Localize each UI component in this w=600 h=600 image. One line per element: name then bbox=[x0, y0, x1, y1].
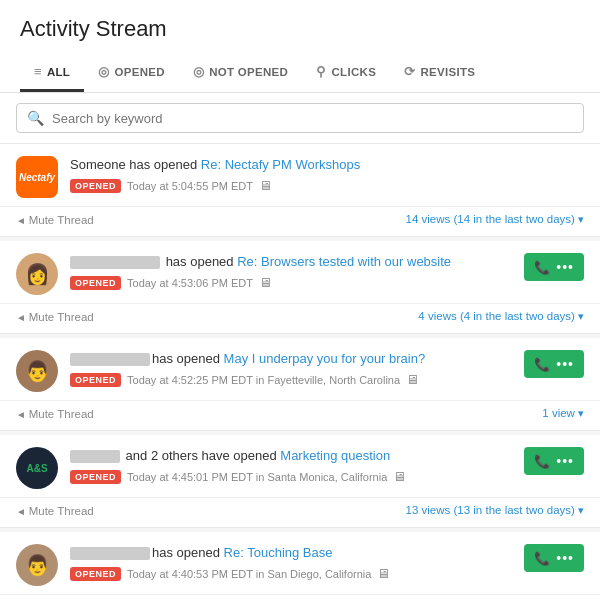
activity-description: has opened May I underpay you for your b… bbox=[70, 350, 512, 368]
list-item: A&S and 2 others have opened Marketing q… bbox=[0, 435, 600, 528]
views-info[interactable]: 13 views (13 in the last two days) bbox=[406, 504, 584, 517]
more-icon: ••• bbox=[556, 356, 574, 372]
list-item: 👩 has opened Re: Browsers tested with ou… bbox=[0, 241, 600, 334]
phone-button[interactable]: 📞••• bbox=[524, 350, 584, 378]
page-title: Activity Stream bbox=[20, 16, 580, 42]
phone-icon: 📞 bbox=[534, 551, 550, 566]
mute-thread-button[interactable]: Mute Thread bbox=[16, 408, 94, 420]
monitor-icon: 🖥 bbox=[393, 469, 406, 484]
activity-description: has opened Re: Touching Base bbox=[70, 544, 512, 562]
activity-link[interactable]: May I underpay you for your brain? bbox=[224, 351, 426, 366]
views-info[interactable]: 1 view bbox=[542, 407, 584, 420]
activity-link[interactable]: Re: Touching Base bbox=[224, 545, 333, 560]
activity-link[interactable]: Re: Browsers tested with our website bbox=[237, 254, 451, 269]
phone-icon: 📞 bbox=[534, 357, 550, 372]
tab-revisits[interactable]: ⟳ REVISITS bbox=[390, 54, 489, 92]
tab-not-opened[interactable]: ◎ NOT OPENED bbox=[179, 54, 302, 92]
activity-description: and 2 others have opened Marketing quest… bbox=[70, 447, 512, 465]
activity-link[interactable]: Re: Nectafy PM Workshops bbox=[201, 157, 360, 172]
tabs-row: ≡ ALL ◎ OPENED ◎ NOT OPENED ⚲ CLICKS ⟳ R… bbox=[20, 54, 580, 92]
avatar: A&S bbox=[16, 447, 58, 489]
tab-opened[interactable]: ◎ OPENED bbox=[84, 54, 179, 92]
cursor-icon: ⚲ bbox=[316, 64, 326, 79]
more-icon: ••• bbox=[556, 550, 574, 566]
list-item: 👨 has opened May I underpay you for your… bbox=[0, 338, 600, 431]
mute-thread-button[interactable]: Mute Thread bbox=[16, 214, 94, 226]
activity-list: NectafySomeone has opened Re: Nectafy PM… bbox=[0, 144, 600, 600]
opened-badge: OPENED bbox=[70, 567, 121, 581]
activity-time: Today at 4:52:25 PM EDT in Fayetteville,… bbox=[127, 374, 400, 386]
refresh-icon: ⟳ bbox=[404, 64, 415, 79]
views-info[interactable]: 14 views (14 in the last two days) bbox=[406, 213, 584, 226]
phone-icon: 📞 bbox=[534, 260, 550, 275]
tab-all[interactable]: ≡ ALL bbox=[20, 54, 84, 92]
avatar: 👨 bbox=[16, 544, 58, 586]
search-input[interactable] bbox=[52, 111, 573, 126]
activity-time: Today at 4:45:01 PM EDT in Santa Monica,… bbox=[127, 471, 387, 483]
activity-time: Today at 5:04:55 PM EDT bbox=[127, 180, 253, 192]
list-item: 👨 has opened Re: Touching BaseOPENEDToda… bbox=[0, 532, 600, 600]
more-icon: ••• bbox=[556, 259, 574, 275]
page-header: Activity Stream ≡ ALL ◎ OPENED ◎ NOT OPE… bbox=[0, 0, 600, 93]
opened-badge: OPENED bbox=[70, 276, 121, 290]
opened-badge: OPENED bbox=[70, 470, 121, 484]
search-input-wrap[interactable]: 🔍 bbox=[16, 103, 584, 133]
opened-badge: OPENED bbox=[70, 179, 121, 193]
monitor-icon: 🖥 bbox=[259, 178, 272, 193]
circle-icon-2: ◎ bbox=[193, 64, 204, 79]
views-info[interactable]: 4 views (4 in the last two days) bbox=[418, 310, 584, 323]
more-icon: ••• bbox=[556, 453, 574, 469]
avatar: Nectafy bbox=[16, 156, 58, 198]
opened-badge: OPENED bbox=[70, 373, 121, 387]
list-item: NectafySomeone has opened Re: Nectafy PM… bbox=[0, 144, 600, 237]
activity-description: has opened Re: Browsers tested with our … bbox=[70, 253, 512, 271]
avatar: 👩 bbox=[16, 253, 58, 295]
phone-icon: 📞 bbox=[534, 454, 550, 469]
monitor-icon: 🖥 bbox=[406, 372, 419, 387]
search-icon: 🔍 bbox=[27, 110, 44, 126]
monitor-icon: 🖥 bbox=[377, 566, 390, 581]
avatar: 👨 bbox=[16, 350, 58, 392]
monitor-icon: 🖥 bbox=[259, 275, 272, 290]
circle-icon: ◎ bbox=[98, 64, 109, 79]
activity-time: Today at 4:53:06 PM EDT bbox=[127, 277, 253, 289]
phone-button[interactable]: 📞••• bbox=[524, 253, 584, 281]
mute-thread-button[interactable]: Mute Thread bbox=[16, 311, 94, 323]
mute-thread-button[interactable]: Mute Thread bbox=[16, 505, 94, 517]
tab-clicks[interactable]: ⚲ CLICKS bbox=[302, 54, 390, 92]
activity-link[interactable]: Marketing question bbox=[280, 448, 390, 463]
phone-button[interactable]: 📞••• bbox=[524, 447, 584, 475]
search-bar: 🔍 bbox=[0, 93, 600, 144]
list-icon: ≡ bbox=[34, 64, 42, 79]
phone-button[interactable]: 📞••• bbox=[524, 544, 584, 572]
activity-time: Today at 4:40:53 PM EDT in San Diego, Ca… bbox=[127, 568, 371, 580]
activity-description: Someone has opened Re: Nectafy PM Worksh… bbox=[70, 156, 572, 174]
